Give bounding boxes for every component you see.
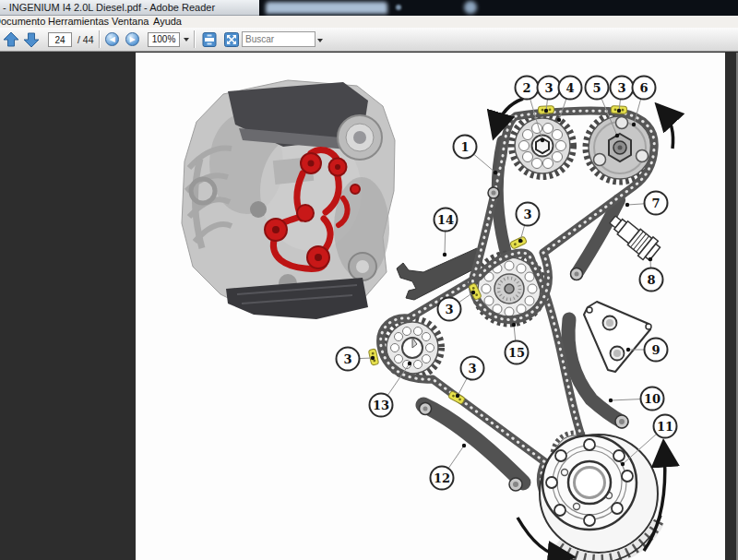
- mounting-bracket-9: [584, 302, 651, 372]
- toolbar-divider: [99, 30, 101, 48]
- page-number-input[interactable]: [48, 32, 72, 47]
- window-title: - INGENIUM I4 2.0L Diesel.pdf - Adobe Re…: [3, 2, 215, 13]
- tab-close-icon[interactable]: [396, 5, 401, 10]
- callout-anchor-dot: [557, 118, 561, 122]
- callout-number: 12: [434, 471, 450, 485]
- callout-anchor-dot: [518, 239, 522, 243]
- crankshaft-pulley-11: [540, 435, 661, 560]
- callout-number: 15: [508, 346, 525, 360]
- title-bar: - INGENIUM I4 2.0L Diesel.pdf - Adobe Re…: [0, 0, 738, 16]
- callout-anchor-dot: [615, 134, 619, 137]
- callout-anchor-dot: [512, 323, 516, 327]
- callout-number: 1: [460, 140, 469, 154]
- callout-number: 10: [644, 392, 661, 406]
- previous-view-button[interactable]: ◀: [105, 32, 119, 46]
- callout-number: 3: [523, 208, 531, 221]
- callout-number: 3: [544, 81, 553, 95]
- pane-background: [725, 53, 738, 560]
- callout-number: 8: [647, 273, 655, 287]
- callout-number: 7: [651, 197, 660, 210]
- zoom-dropdown-icon[interactable]: [184, 38, 189, 42]
- callout-number: 3: [617, 81, 625, 95]
- engine-photo: [182, 80, 395, 319]
- menu-ayuda[interactable]: Ayuda: [153, 16, 182, 28]
- callout-anchor-dot: [632, 123, 636, 126]
- callout-anchor-dot: [649, 257, 652, 261]
- callout-anchor-dot: [462, 444, 466, 447]
- menu-ventana[interactable]: Ventana: [112, 16, 149, 28]
- document-pane: 12345367891011121314153333: [0, 53, 738, 560]
- adobe-reader-titlebar[interactable]: - INGENIUM I4 2.0L Diesel.pdf - Adobe Re…: [0, 0, 259, 16]
- callout-anchor-dot: [494, 171, 497, 174]
- callout-anchor-dot: [541, 138, 544, 142]
- callout-number: 4: [565, 81, 574, 95]
- callout-number: 11: [657, 420, 673, 434]
- callout-number: 14: [437, 213, 454, 227]
- timing-mark-link: [510, 236, 528, 249]
- search-input[interactable]: [242, 31, 315, 47]
- callout-number: 3: [468, 362, 476, 375]
- callout-number: 13: [373, 399, 389, 412]
- zoom-level-field[interactable]: 100%: [148, 32, 180, 47]
- previous-page-icon[interactable]: [3, 31, 19, 48]
- callout-anchor-dot: [544, 109, 548, 113]
- callout-anchor-dot: [371, 356, 375, 360]
- chain-tensioner-8: [605, 210, 662, 263]
- toolbar-divider: [194, 30, 196, 48]
- callout-anchor-dot: [625, 203, 629, 207]
- page-illustration: 12345367891011121314153333: [136, 53, 725, 560]
- callout-number: 5: [592, 81, 601, 95]
- callout-anchor-dot: [609, 399, 613, 402]
- callout-anchor-dot: [617, 109, 621, 113]
- new-tab-icon[interactable]: [464, 1, 477, 14]
- callout-anchor-dot: [621, 462, 625, 466]
- fit-window-icon[interactable]: [223, 31, 240, 48]
- next-page-icon[interactable]: [23, 31, 40, 48]
- callout-number: 3: [343, 352, 351, 366]
- callout-anchor-dot: [443, 253, 446, 256]
- page-total-label: / 44: [77, 34, 94, 45]
- background-browser-tab[interactable]: [266, 2, 387, 14]
- callout-number: 6: [639, 81, 648, 95]
- toolbar: / 44 ◀ ▶ 100%: [0, 28, 738, 52]
- callout-number: 3: [445, 303, 453, 316]
- exhaust-camshaft-sprocket: [512, 115, 574, 177]
- background-browser-bar: [259, 0, 738, 16]
- callout-anchor-dot: [471, 291, 475, 294]
- menu-documento[interactable]: Documento: [0, 16, 45, 28]
- next-view-button[interactable]: ▶: [125, 32, 139, 46]
- menu-herramientas[interactable]: Herramientas: [48, 16, 109, 28]
- callout-anchor-dot: [626, 348, 630, 351]
- callout-number: 2: [522, 81, 530, 95]
- guide-rail-14: [397, 248, 482, 300]
- search-dropdown-icon[interactable]: [317, 39, 323, 42]
- menu-bar: Documento Herramientas Ventana Ayuda: [0, 16, 738, 28]
- callout-anchor-dot: [456, 394, 459, 398]
- rotation-arrow-top-right: [663, 112, 673, 149]
- callout-number: 9: [651, 343, 660, 357]
- scroll-mode-icon[interactable]: [201, 31, 218, 48]
- callout-anchor-dot: [408, 362, 411, 365]
